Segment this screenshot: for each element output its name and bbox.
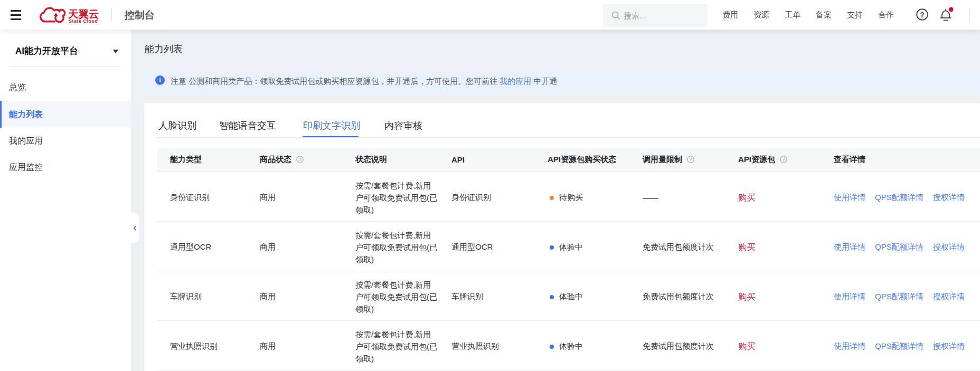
svg-text:?: ? [783, 157, 785, 162]
svg-text:?: ? [920, 11, 925, 19]
svg-text:?: ? [689, 157, 692, 162]
svg-text:?: ? [298, 157, 301, 162]
